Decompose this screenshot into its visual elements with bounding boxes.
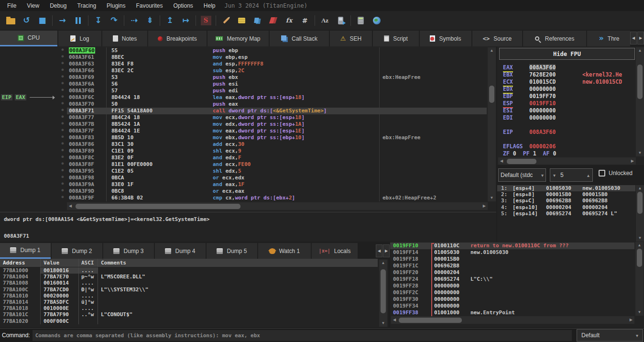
breakpoint-dot-icon[interactable]: ● — [58, 161, 67, 168]
breakpoint-dot-icon[interactable]: ● — [58, 67, 67, 74]
stack-row[interactable]: 0019FF1401005030new.01005030 — [390, 249, 634, 256]
argument-row[interactable]: 5:[esp+14]0069527400695274 L" — [497, 210, 635, 217]
disassembly-row[interactable]: ●008A3F618BECmov ebp,esp — [58, 54, 487, 61]
register-row[interactable]: EDI00000000 — [497, 114, 635, 121]
menu-item-plugins[interactable]: Plugins — [101, 2, 131, 9]
scroll-up-icon[interactable]: ▲ — [636, 187, 644, 190]
dump-row[interactable]: 77BA1020000F000C — [0, 318, 378, 324]
stack-row[interactable]: 0019FF2C00000000 — [390, 289, 634, 296]
scroll-down-icon[interactable]: ▼ — [635, 310, 644, 314]
disassembly-row[interactable]: ●008A3F980BCAor ecx,edx — [58, 175, 487, 181]
disassembly-row[interactable]: ●008A3F7F8B4424 1Emov eax,dword ptr ss:[… — [58, 128, 487, 134]
tab-dump-4[interactable]: Dump 4 — [155, 243, 206, 259]
breakpoint-dot-icon[interactable]: ● — [58, 101, 67, 108]
scroll-down-icon[interactable]: ▼ — [488, 196, 496, 200]
comment-icon[interactable] — [234, 13, 250, 28]
disasm-hscrollbar[interactable]: ◀▶ — [67, 202, 488, 210]
dump-tab-scroll-right-icon[interactable]: ▶ — [383, 244, 390, 257]
scroll-down-icon[interactable]: ▼ — [636, 151, 644, 155]
breakpoint-dot-icon[interactable]: ● — [58, 108, 67, 114]
disassembly-row[interactable]: ●008A3F89C1E1 09shl ecx,9 — [58, 148, 487, 154]
dump-row[interactable]: 77BA101000020000.... — [0, 293, 378, 299]
unlocked-checkbox[interactable] — [599, 170, 605, 177]
strings-icon[interactable]: Aᴢ — [317, 13, 333, 28]
stack-hscrollbar[interactable]: ◀▶ — [391, 316, 634, 324]
breakpoint-dot-icon[interactable]: ● — [58, 121, 67, 128]
breakpoint-dot-icon[interactable]: ● — [58, 128, 67, 134]
disassembly-row[interactable]: ●008A3F6A56push esi — [58, 81, 487, 88]
animate-into-icon[interactable]: ⇢ — [126, 13, 142, 28]
dump-row[interactable]: 77BA101C77BA7F90..°wL"CONOUT$" — [0, 311, 378, 318]
register-row[interactable]: EFLAGS00000206 — [497, 143, 635, 150]
scroll-thumb[interactable] — [637, 192, 643, 214]
dump-row[interactable]: 77BA100C77BA7CD0Ð|°wL"\\SYSTEM32\\" — [0, 287, 378, 293]
tab-dump-1[interactable]: Dump 1 — [0, 243, 51, 259]
tab-dump-5[interactable]: Dump 5 — [207, 243, 257, 259]
scroll-thumb[interactable] — [381, 269, 386, 313]
menu-item-favourites[interactable]: Favourites — [131, 2, 168, 9]
breakpoint-dot-icon[interactable]: ● — [58, 94, 67, 101]
argument-row[interactable]: 4:[esp+10]0000020400000204 — [497, 204, 635, 210]
skip-next-icon[interactable]: ⇟ — [142, 13, 158, 28]
open-file-icon[interactable] — [3, 13, 19, 28]
execute-till-return-icon[interactable]: ↥ — [162, 13, 178, 28]
hash-icon[interactable]: # — [297, 13, 313, 28]
disassembly-row[interactable]: ●008A3F8F81E1 00FE0000and ecx,FE00 — [58, 161, 487, 168]
disassembly-row[interactable]: ●008A3F6B57push edi — [58, 88, 487, 94]
breakpoint-dot-icon[interactable]: ● — [58, 54, 67, 61]
argument-row[interactable]: 2:[esp+8]000015B0000015B0 — [497, 191, 635, 198]
stack-row[interactable]: 0019FF2000000204 — [390, 269, 634, 276]
settings-icon[interactable]: S — [198, 13, 214, 28]
tab-scroll-left-icon[interactable]: ◀ — [630, 32, 637, 44]
breakpoint-dot-icon[interactable]: ● — [58, 141, 67, 148]
command-input[interactable] — [33, 330, 572, 341]
step-into-icon[interactable]: ↧ — [90, 13, 106, 28]
dump-header-value[interactable]: Value — [40, 259, 78, 267]
disassembly-row[interactable]: ●008A3F6C8D4424 18lea eax,dword ptr ss:[… — [58, 94, 487, 101]
breakpoint-dot-icon[interactable]: ● — [58, 168, 67, 175]
menu-item-help[interactable]: Help — [198, 2, 221, 9]
disassembly-row[interactable]: ●008A3F6383E4 F8and esp,FFFFFFF8 — [58, 61, 487, 67]
dump-row[interactable]: 77BA100000180016.... — [0, 267, 378, 274]
arguments-vscrollbar[interactable]: ▲▼ — [636, 185, 644, 242]
register-row[interactable]: EAX008A3F60 — [497, 64, 635, 71]
scroll-right-icon[interactable]: ▶ — [483, 204, 486, 208]
step-over-icon[interactable]: ↷ — [106, 13, 122, 28]
breakpoint-dot-icon[interactable]: ● — [58, 181, 67, 188]
dump-row[interactable]: 77BA10180010000E.... — [0, 305, 378, 311]
disassembly-row[interactable]: ●008A3F71FF15 54A18A00call dword ptr ds:… — [58, 108, 487, 114]
tab-dump-3[interactable]: Dump 3 — [103, 243, 154, 259]
calculator-icon[interactable] — [353, 13, 369, 28]
argument-row[interactable]: 3:[esp+C]006962B8006962B8 — [497, 198, 635, 204]
scroll-thumb[interactable] — [399, 318, 462, 323]
disassembly-row[interactable]: ●008A3F7050push eax — [58, 101, 487, 108]
dump-header-asci[interactable]: ASCI — [78, 259, 98, 267]
tab-script[interactable]: Script — [373, 31, 419, 46]
register-row[interactable]: EIP008A3F60 — [497, 129, 635, 136]
disassembly-row[interactable]: ●008A3F838B5D 10mov ebx,dword ptr ss:[eb… — [58, 134, 487, 141]
registers-vscrollbar[interactable]: ▲▼ — [636, 47, 644, 156]
stack-row[interactable]: 0019FF3000000000 — [390, 296, 634, 303]
menu-item-view[interactable]: View — [22, 2, 44, 9]
tab-scroll-right-icon[interactable]: ▶ — [637, 32, 644, 44]
scroll-thumb[interactable] — [76, 204, 240, 209]
run-icon[interactable]: → — [55, 13, 70, 28]
spinner-up-icon[interactable]: ▴ — [587, 173, 589, 178]
stack-row[interactable]: 0019FF2800000000 — [390, 283, 634, 289]
breakpoint-dot-icon[interactable]: ● — [58, 81, 67, 88]
tab-symbols[interactable]: Symbols — [420, 31, 471, 46]
scroll-thumb[interactable] — [637, 65, 643, 99]
breakpoint-dot-icon[interactable]: ● — [58, 61, 67, 67]
disassembly-row[interactable]: ●008A3F6055push ebp — [58, 47, 487, 54]
scroll-thumb[interactable] — [507, 159, 536, 164]
scroll-left-icon[interactable]: ◀ — [69, 204, 72, 208]
attach-icon[interactable] — [333, 13, 349, 28]
disassembly-row[interactable]: ●008A3F6953push ebxebx:HeapFree — [58, 74, 487, 81]
breakpoint-dot-icon[interactable]: ● — [58, 114, 67, 121]
disassembly-row[interactable]: ●008A3F778B4C24 18mov ecx,dword ptr ss:[… — [58, 114, 487, 121]
disassembly-panel[interactable]: EIPEAX ●008A3F6055push ebp●008A3F618BECm… — [0, 46, 496, 212]
scroll-left-icon[interactable]: ◀ — [500, 159, 503, 163]
registers-hscrollbar[interactable]: ◀▶ — [498, 157, 636, 165]
pause-icon[interactable] — [70, 13, 86, 28]
tab-dump-2[interactable]: Dump 2 — [52, 243, 102, 259]
